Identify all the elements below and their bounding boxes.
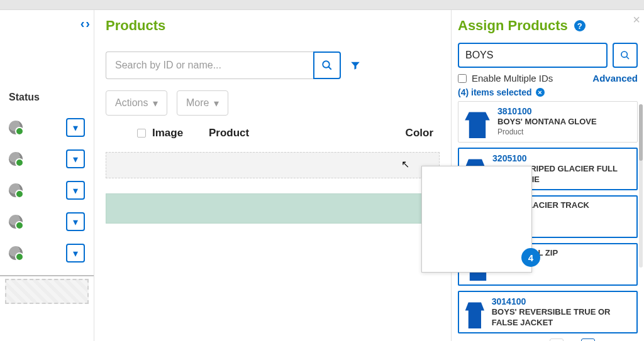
help-icon[interactable]: ? (574, 20, 586, 31)
products-search-row (106, 51, 440, 79)
globe-icon (9, 246, 23, 260)
col-color: Color (396, 127, 433, 139)
actions-dropdown[interactable]: Actions▾ (106, 90, 167, 116)
pager-next-button[interactable]: › (581, 338, 595, 341)
product-meta: 3810100BOYS' MONTANA GLOVEProduct (497, 106, 597, 138)
mouse-cursor-icon: ↖ (401, 158, 409, 170)
filter-icon[interactable] (350, 60, 361, 71)
globe-icon (9, 152, 23, 166)
svg-point-0 (323, 61, 330, 68)
items-selected-line: (4) items selected × (458, 87, 638, 97)
left-panel: ‹ › Status ▾▾▾▾▾ (0, 10, 94, 341)
enable-multiple-ids[interactable]: Enable Multiple IDs (458, 73, 553, 84)
status-dropdown-button[interactable]: ▾ (66, 149, 85, 168)
product-name: BOYS' REVERSIBLE TRUE OR FALSE JACKET (492, 307, 631, 328)
assign-search-input[interactable] (458, 43, 608, 68)
products-table-header: Image Product Color (106, 116, 440, 148)
status-dropdown-button[interactable]: ▾ (66, 118, 85, 137)
status-row: ▾ (0, 206, 94, 237)
status-heading: Status (0, 92, 94, 103)
col-image: Image (152, 127, 209, 139)
assign-header: Assign Products ? (458, 18, 638, 34)
globe-icon (9, 121, 23, 134)
close-icon[interactable]: × (633, 13, 640, 27)
panel-nav: ‹ › (80, 16, 90, 31)
status-dropdown-button[interactable]: ▾ (66, 212, 85, 231)
svg-line-1 (328, 67, 331, 70)
product-id: 3205100 (492, 153, 631, 164)
assign-search-button[interactable] (613, 43, 638, 68)
top-bar (0, 0, 644, 10)
drag-count-badge: 4 (521, 248, 540, 267)
drag-ghost: 4 (421, 166, 532, 273)
enable-multiple-label: Enable Multiple IDs (472, 73, 553, 84)
svg-point-2 (621, 51, 627, 57)
items-selected-text: (4) items selected (458, 87, 532, 97)
status-dropdown-button[interactable]: ▾ (66, 181, 85, 200)
col-product: Product (209, 127, 396, 139)
product-type: Product (497, 127, 597, 138)
chevron-down-icon: ▾ (153, 97, 158, 109)
product-thumb (464, 106, 491, 138)
products-search-box (106, 51, 341, 79)
status-row: ▾ (0, 175, 94, 206)
product-id: 3810100 (497, 106, 597, 117)
assign-search-row (458, 43, 638, 68)
assign-options-row: Enable Multiple IDs Advanced (458, 73, 638, 84)
products-search-input[interactable] (106, 51, 313, 79)
product-thumb (464, 296, 486, 328)
svg-line-3 (626, 57, 629, 59)
assign-title: Assign Products (458, 18, 568, 34)
products-toolbar: Actions▾ More▾ (106, 90, 440, 116)
chevron-down-icon: ▾ (214, 97, 219, 109)
status-row: ▾ (0, 112, 94, 143)
status-placeholder-row (5, 279, 89, 304)
status-dropdown-button[interactable]: ▾ (66, 244, 85, 263)
panel-prev-icon[interactable]: ‹ (80, 16, 85, 31)
enable-multiple-checkbox[interactable] (458, 74, 467, 83)
clear-selection-icon[interactable]: × (536, 88, 545, 97)
main-layout: ‹ › Status ▾▾▾▾▾ Products Actions▾ More▾ (0, 10, 644, 341)
products-title: Products (106, 18, 440, 34)
scrollbar-thumb[interactable] (639, 104, 643, 161)
search-icon (620, 50, 630, 60)
globe-icon (9, 215, 23, 229)
assign-scrollbar[interactable] (639, 104, 643, 268)
globe-icon (9, 183, 23, 197)
product-meta: 3014100BOYS' REVERSIBLE TRUE OR FALSE JA… (492, 296, 631, 328)
more-label: More (186, 97, 209, 109)
existing-row-highlight[interactable] (106, 193, 440, 224)
drop-target-row[interactable]: ✔ (106, 152, 440, 178)
products-panel: Products Actions▾ More▾ Image Product Co… (94, 10, 452, 341)
status-divider (0, 275, 94, 276)
product-name: BOYS' MONTANA GLOVE (497, 117, 597, 127)
product-card[interactable]: 3810100BOYS' MONTANA GLOVEProduct (458, 101, 638, 143)
product-id: 3014100 (492, 296, 631, 307)
status-row: ▾ (0, 237, 94, 269)
more-dropdown[interactable]: More▾ (177, 90, 228, 116)
product-card[interactable]: 3014100BOYS' REVERSIBLE TRUE OR FALSE JA… (458, 291, 638, 333)
status-row: ▾ (0, 143, 94, 175)
search-icon (321, 60, 333, 71)
actions-label: Actions (115, 97, 148, 109)
advanced-link[interactable]: Advanced (592, 73, 638, 84)
products-search-button[interactable] (313, 51, 341, 79)
pager: 1-25 of 63 ‹ 1 › (458, 338, 638, 341)
panel-next-icon[interactable]: › (86, 16, 90, 31)
pager-prev-button: ‹ (550, 338, 564, 341)
select-all-checkbox[interactable] (137, 129, 146, 138)
